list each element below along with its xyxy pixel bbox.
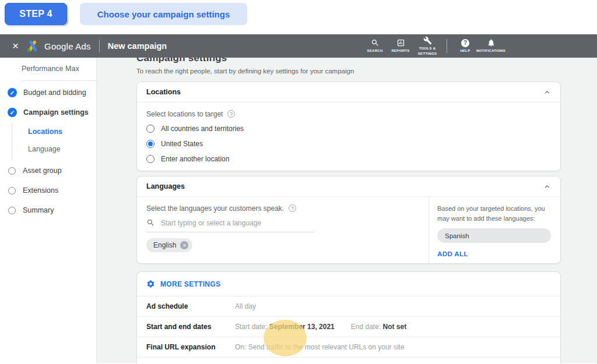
help-circle-icon[interactable]: ? bbox=[289, 204, 296, 212]
help-button[interactable]: ? HELP bbox=[452, 39, 478, 54]
setting-value: On: Send traffic to the most relevant UR… bbox=[235, 343, 405, 351]
language-chip-spanish[interactable]: Spanish bbox=[437, 228, 551, 243]
divider bbox=[22, 80, 96, 81]
radio-label: Enter another location bbox=[161, 155, 229, 163]
language-search-input[interactable] bbox=[161, 219, 314, 227]
nav-label: REPORTS bbox=[391, 48, 409, 54]
radio-option-united-states[interactable]: United States bbox=[146, 139, 551, 149]
section-title: Campaign settings bbox=[136, 58, 561, 64]
more-settings-card: MORE SETTINGS Ad schedule All day Start … bbox=[136, 271, 561, 363]
radio-option-enter-another[interactable]: Enter another location bbox=[146, 154, 551, 164]
section-subtitle: To reach the right people, start by defi… bbox=[136, 68, 561, 75]
suggestion-text: Based on your targeted locations, you ma… bbox=[437, 204, 551, 223]
more-settings-label: MORE SETTINGS bbox=[160, 280, 220, 288]
step-title: Choose your campaign settings bbox=[80, 3, 247, 25]
sidebar-subsection: Locations Language bbox=[12, 122, 96, 161]
setting-row-final-url-expansion[interactable]: Final URL expansion On: Send traffic to … bbox=[137, 337, 560, 357]
page-title: New campaign bbox=[108, 41, 167, 51]
help-icon: ? bbox=[461, 39, 469, 47]
radio-option-all-countries[interactable]: All countries and territories bbox=[146, 124, 551, 133]
notifications-button[interactable]: NOTIFICATIONS bbox=[478, 38, 504, 54]
card-title: Locations bbox=[146, 88, 181, 96]
appbar-nav: SEARCH REPORTS TOOLS & SETTINGS ? HELP N… bbox=[362, 34, 504, 58]
check-circle-icon bbox=[8, 88, 17, 97]
search-button[interactable]: SEARCH bbox=[362, 38, 388, 54]
nav-label: HELP bbox=[460, 48, 470, 54]
radio-label: All countries and territories bbox=[161, 125, 244, 133]
divider bbox=[447, 39, 447, 53]
empty-circle-icon bbox=[8, 187, 16, 195]
setting-label: Ad schedule bbox=[146, 302, 235, 310]
check-circle-icon bbox=[8, 108, 17, 117]
end-date-key: End date: bbox=[351, 323, 381, 331]
chip-label: English bbox=[153, 241, 176, 249]
locations-card: Locations Select locations to target ? A… bbox=[136, 82, 561, 171]
sidebar-item-extensions[interactable]: Extensions bbox=[0, 181, 96, 200]
languages-card: Languages Select the languages your cust… bbox=[136, 176, 561, 264]
locations-card-body: Select locations to target ? All countri… bbox=[137, 103, 560, 171]
sidebar-subitem-language[interactable]: Language bbox=[12, 140, 96, 158]
languages-select-panel: Select the languages your customers spea… bbox=[137, 197, 429, 263]
remove-icon[interactable] bbox=[180, 241, 188, 249]
app-bar: × Google Ads New campaign SEARCH REPORTS bbox=[0, 34, 597, 58]
product-name: Google Ads bbox=[44, 41, 91, 51]
close-icon[interactable]: × bbox=[12, 40, 19, 51]
sidebar-item-budget-and-bidding[interactable]: Budget and bidding bbox=[0, 83, 96, 103]
tutorial-banner: STEP 4 Choose your campaign settings bbox=[0, 0, 597, 34]
sidebar-item-summary[interactable]: Summary bbox=[0, 200, 96, 220]
locations-card-header[interactable]: Locations bbox=[137, 82, 560, 103]
main-content: Campaign settings To reach the right peo… bbox=[97, 58, 597, 363]
setting-row-ad-schedule[interactable]: Ad schedule All day bbox=[137, 296, 560, 316]
divider bbox=[99, 40, 100, 52]
question-label: Select the languages your customers spea… bbox=[146, 204, 284, 213]
campaign-steps-sidebar: Performance Max Budget and bidding Campa… bbox=[0, 58, 97, 363]
sidebar-subitem-locations[interactable]: Locations bbox=[12, 123, 96, 140]
sidebar-item-label: Extensions bbox=[23, 186, 58, 195]
setting-label: Final URL expansion bbox=[146, 343, 235, 351]
radio-icon bbox=[146, 155, 154, 163]
empty-circle-icon bbox=[8, 207, 16, 214]
search-icon bbox=[371, 38, 380, 47]
reports-icon bbox=[396, 38, 405, 47]
languages-card-header[interactable]: Languages bbox=[137, 176, 560, 197]
sidebar-item-campaign-settings[interactable]: Campaign settings bbox=[0, 103, 96, 122]
start-date-value: September 13, 2021 bbox=[269, 323, 335, 331]
wrench-icon bbox=[423, 36, 432, 45]
radio-selected-icon bbox=[146, 140, 154, 148]
language-search[interactable] bbox=[146, 218, 314, 232]
nav-label: NOTIFICATIONS bbox=[476, 48, 505, 54]
sidebar-item-asset-group[interactable]: Asset group bbox=[0, 161, 96, 181]
radio-icon bbox=[146, 125, 154, 133]
campaign-type-label: Performance Max bbox=[0, 65, 96, 73]
nav-label: SEARCH bbox=[367, 48, 382, 54]
end-date-value: Not set bbox=[383, 323, 407, 331]
sidebar-item-label: Budget and bidding bbox=[23, 89, 86, 97]
setting-label: Start and end dates bbox=[146, 323, 235, 331]
nav-label: TOOLS & SETTINGS bbox=[413, 46, 441, 56]
setting-value: All day bbox=[235, 302, 256, 310]
chevron-up-icon[interactable] bbox=[543, 183, 551, 190]
page-heading-clipped: Campaign settings bbox=[136, 58, 561, 65]
card-title: Languages bbox=[146, 182, 185, 190]
setting-row-campaign-url-options[interactable]: Campaign URL options No options set bbox=[137, 357, 560, 363]
radio-label: United States bbox=[161, 140, 203, 148]
gear-icon bbox=[146, 280, 155, 288]
empty-circle-icon bbox=[8, 167, 16, 175]
chevron-up-icon[interactable] bbox=[543, 89, 551, 96]
language-chip-english[interactable]: English bbox=[146, 238, 192, 252]
start-date-key: Start date: bbox=[235, 323, 267, 331]
search-icon bbox=[146, 218, 155, 227]
reports-button[interactable]: REPORTS bbox=[388, 38, 413, 54]
sidebar-item-label: Summary bbox=[23, 206, 54, 214]
help-circle-icon[interactable]: ? bbox=[227, 110, 235, 118]
add-all-link[interactable]: ADD ALL bbox=[437, 250, 551, 257]
sidebar-item-label: Asset group bbox=[23, 167, 62, 175]
bell-icon bbox=[487, 38, 496, 47]
google-ads-logo-icon bbox=[26, 40, 39, 52]
question-label: Select locations to target bbox=[146, 110, 223, 118]
setting-row-start-end-dates[interactable]: Start and end dates Start date: Septembe… bbox=[137, 316, 560, 337]
sidebar-item-label: Campaign settings bbox=[23, 108, 89, 116]
more-settings-toggle[interactable]: MORE SETTINGS bbox=[137, 272, 560, 296]
language-suggestions-panel: Based on your targeted locations, you ma… bbox=[429, 197, 560, 263]
tools-settings-button[interactable]: TOOLS & SETTINGS bbox=[413, 36, 441, 56]
